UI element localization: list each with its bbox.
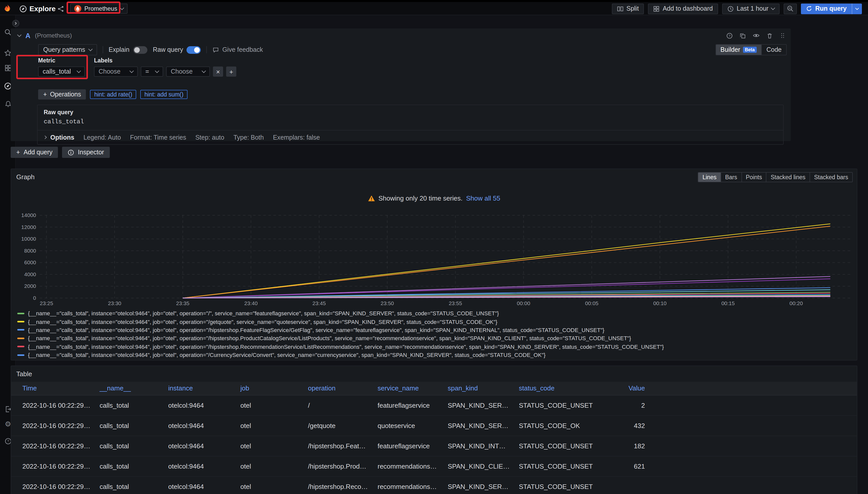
- table-header-Value[interactable]: Value: [610, 382, 650, 395]
- hint-add-sum-button[interactable]: hint: add sum(): [141, 90, 187, 99]
- table-header-service_name[interactable]: service_name: [373, 382, 442, 395]
- inspector-button[interactable]: Inspector: [62, 147, 110, 158]
- svg-text:23:35: 23:35: [176, 300, 189, 306]
- show-all-series-link[interactable]: Show all 55: [466, 194, 500, 202]
- metric-field: Metric calls_total: [38, 57, 85, 77]
- sidebar-expand-button[interactable]: [12, 20, 19, 27]
- navbar-actions: Split Add to dashboard Last 1 hour Run q…: [612, 3, 862, 14]
- table-cell-filler: [650, 456, 857, 476]
- svg-text:00:20: 00:20: [790, 300, 803, 306]
- raw-query-heading: Raw query: [44, 109, 777, 115]
- table-header-instance[interactable]: instance: [163, 382, 235, 395]
- add-to-dashboard-button[interactable]: Add to dashboard: [648, 3, 718, 14]
- table-header-job[interactable]: job: [235, 382, 303, 395]
- table-header-span_kind[interactable]: span_kind: [442, 382, 514, 395]
- options-collapse[interactable]: Options: [44, 134, 74, 141]
- split-button[interactable]: Split: [612, 3, 644, 14]
- apps-icon: [653, 5, 659, 12]
- drag-handle-icon[interactable]: [780, 33, 786, 39]
- table-cell: STATUS_CODE_UNSET: [514, 395, 610, 415]
- table-cell: 182: [610, 436, 650, 456]
- share-icon[interactable]: [57, 5, 64, 12]
- query-toolbar: Query patterns Explain Raw query Give fe…: [38, 44, 787, 55]
- explore-secondary-actions: +Add query Inspector: [11, 147, 109, 158]
- table-cell: SPAN_KIND_INTERNAL: [442, 436, 514, 456]
- run-query-button[interactable]: Run query: [801, 3, 852, 14]
- svg-text:23:50: 23:50: [381, 300, 394, 306]
- svg-text:00:05: 00:05: [585, 300, 599, 306]
- legend-label: {__name__="calls_total", instance="otelc…: [28, 327, 604, 333]
- graph-mode-lines[interactable]: Lines: [699, 173, 721, 182]
- label-value-select[interactable]: Choose: [166, 66, 210, 77]
- legend-item[interactable]: {__name__="calls_total", instance="otelc…: [17, 334, 852, 342]
- table-cell: calls_total: [94, 476, 163, 494]
- hide-query-eye-icon[interactable]: [753, 32, 760, 39]
- svg-text:10000: 10000: [21, 236, 36, 242]
- table-header-__name__[interactable]: __name__: [94, 382, 163, 395]
- table-cell: /: [303, 395, 373, 415]
- query-row-actions: ?: [726, 32, 786, 39]
- query-patterns-dropdown[interactable]: Query patterns: [38, 44, 97, 55]
- duplicate-query-icon[interactable]: [739, 32, 746, 39]
- builder-mode-button[interactable]: Builder Beta: [716, 45, 761, 55]
- option-step: Step: auto: [195, 134, 224, 141]
- explain-toggle[interactable]: [133, 46, 147, 54]
- table-cell: /hipstershop.RecommendationService/ListR…: [303, 476, 373, 494]
- hint-add-rate-button[interactable]: hint: add rate(): [90, 90, 137, 99]
- graph-mode-bars[interactable]: Bars: [721, 173, 741, 182]
- graph-panel: Graph LinesBarsPointsStacked linesStacke…: [11, 169, 857, 360]
- legend-item[interactable]: {__name__="calls_total", instance="otelc…: [17, 351, 852, 359]
- add-label-button[interactable]: +: [226, 66, 236, 77]
- svg-text:4000: 4000: [24, 271, 36, 277]
- zoom-out-icon: [787, 5, 794, 12]
- table-row: 2022-10-16 00:22:29.655calls_totalotelco…: [11, 456, 857, 476]
- table-header-status_code[interactable]: status_code: [514, 382, 610, 395]
- raw-query-toggle-wrap: Raw query: [153, 46, 201, 54]
- table-header-filler: [650, 382, 857, 395]
- legend-item[interactable]: {__name__="calls_total", instance="otelc…: [17, 342, 852, 351]
- datasource-picker[interactable]: Prometheus: [70, 3, 127, 14]
- legend-item[interactable]: {__name__="calls_total", instance="otelc…: [17, 326, 852, 334]
- add-query-button[interactable]: +Add query: [11, 147, 58, 158]
- table-cell: 2: [610, 395, 650, 415]
- give-feedback-link[interactable]: Give feedback: [213, 46, 263, 53]
- query-help-icon[interactable]: ?: [726, 32, 733, 39]
- legend-item[interactable]: {__name__="calls_total", instance="otelc…: [17, 309, 852, 318]
- time-range-picker[interactable]: Last 1 hour: [722, 3, 780, 14]
- run-query-dropdown[interactable]: [852, 3, 862, 14]
- code-mode-button[interactable]: Code: [761, 45, 786, 55]
- table-cell: STATUS_CODE_UNSET: [514, 476, 610, 494]
- table-row: 2022-10-16 00:22:29.655calls_totalotelco…: [11, 415, 857, 436]
- table-cell: /hipstershop.ProductCatalogService/ListP…: [303, 456, 373, 476]
- table-cell: SPAN_KIND_SERVER: [442, 395, 514, 415]
- collapse-chevron-icon[interactable]: [17, 33, 22, 37]
- zoom-out-button[interactable]: [784, 3, 797, 14]
- beta-badge: Beta: [743, 47, 757, 53]
- label-key-select[interactable]: Choose: [94, 66, 138, 77]
- table-row: 2022-10-16 00:22:29.655calls_totalotelco…: [11, 395, 857, 415]
- add-operation-button[interactable]: +Operations: [38, 89, 86, 99]
- table-header-Time[interactable]: Time: [11, 382, 94, 395]
- legend-label: {__name__="calls_total", instance="otelc…: [28, 319, 497, 325]
- warning-text: Showing only 20 time series.: [378, 194, 463, 202]
- table-row: 2022-10-16 00:22:29.655calls_totalotelco…: [11, 436, 857, 456]
- graph-mode-stacked-bars[interactable]: Stacked bars: [810, 173, 852, 182]
- metric-select[interactable]: calls_total: [38, 66, 85, 77]
- time-series-chart[interactable]: 0200040006000800010000120001400023:2523:…: [16, 211, 853, 307]
- table-row: 2022-10-16 00:22:29.655calls_totalotelco…: [11, 476, 857, 494]
- remove-label-button[interactable]: ×: [213, 66, 223, 77]
- delete-query-trash-icon[interactable]: [766, 32, 773, 39]
- table-header-operation[interactable]: operation: [303, 382, 373, 395]
- graph-mode-points[interactable]: Points: [741, 173, 766, 182]
- query-ref-id[interactable]: A: [25, 32, 31, 39]
- editor-mode-switch: Builder Beta Code: [715, 44, 787, 55]
- grafana-logo-icon[interactable]: [2, 3, 13, 14]
- graph-mode-stacked-lines[interactable]: Stacked lines: [766, 173, 810, 182]
- raw-query-toggle[interactable]: [187, 46, 201, 54]
- svg-text:23:40: 23:40: [244, 300, 258, 306]
- legend-item[interactable]: {__name__="calls_total", instance="otelc…: [17, 318, 852, 326]
- page-title: Explore: [30, 4, 56, 13]
- table-cell: 2022-10-16 00:22:29.655: [11, 456, 94, 476]
- label-operator-select[interactable]: =: [141, 66, 163, 77]
- svg-text:23:25: 23:25: [40, 300, 53, 306]
